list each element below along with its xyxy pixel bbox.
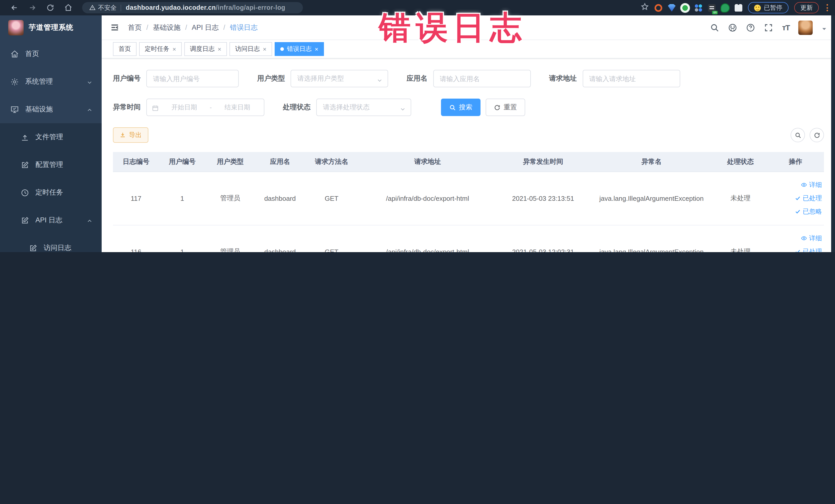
process-status-label: 处理状态 [283,103,311,112]
address-bar[interactable]: 不安全 dashboard.yudao.iocoder.cn/infra/log… [82,2,303,13]
tag-view-tab[interactable]: 访问日志× [229,42,272,56]
refresh-icon [813,132,820,138]
extension-icon[interactable] [655,4,662,12]
extension-icon[interactable] [721,4,729,12]
breadcrumb: 首页/基础设施/API 日志/错误日志 [128,23,258,32]
sidebar-item-label: 基础设施 [25,105,53,114]
browser-toolbar: 不安全 dashboard.yudao.iocoder.cn/infra/log… [0,0,835,15]
sidebar-item-7[interactable]: API 日志 [0,206,102,234]
user-type-select[interactable]: 请选择用户类型 [290,70,388,87]
sidebar-item-6[interactable]: 定时任务 [0,179,102,206]
cell-user_id: 1 [159,172,205,225]
user-type-placeholder: 请选择用户类型 [297,74,344,83]
url-path: /infra/log/api-error-log [216,4,285,11]
process-status-placeholder: 请选择处理状态 [323,103,370,112]
extension-icon[interactable] [695,4,702,12]
tab-label: 定时任务 [145,45,169,54]
close-icon[interactable]: × [172,46,176,52]
tab-label: 访问日志 [235,45,260,54]
sidebar-item-5[interactable]: 配置管理 [0,151,102,179]
browser-menu-icon[interactable] [827,4,828,11]
error-log-table: 日志编号用户编号用户类型应用名请求方法名请求地址异常发生时间异常名处理状态操作 … [113,152,824,252]
cell-user_type: 管理员 [205,172,255,225]
back-icon[interactable] [10,3,19,12]
sidebar-item-1[interactable]: 首页 [0,40,102,68]
gear-icon [10,77,19,86]
reset-button-label: 重置 [504,103,517,112]
breadcrumb-item[interactable]: API 日志 [192,23,219,32]
user-id-input[interactable] [146,70,239,87]
extension-icon[interactable] [708,4,716,12]
date-range-picker[interactable]: 开始日期 - 结束日期 [146,99,264,116]
toggle-search-button[interactable] [791,128,805,142]
app-header: 首页/基础设施/API 日志/错误日志 ᴛT [102,15,835,40]
tag-view-tab[interactable]: 错误日志× [274,42,324,56]
column-header-method: 请求方法名 [305,152,358,172]
breadcrumb-separator: / [223,24,225,31]
search-button[interactable]: 搜索 [441,99,481,116]
close-icon[interactable]: × [263,46,266,52]
search-icon [794,132,801,138]
sidebar-item-8[interactable]: 访问日志 [0,234,102,252]
breadcrumb-item[interactable]: 基础设施 [153,23,181,32]
sidebar-item-label: 配置管理 [36,160,63,169]
process-status-select[interactable]: 请选择处理状态 [316,99,411,116]
browser-update-button[interactable]: 更新 [794,2,819,13]
url-host: dashboard.yudao.iocoder.cn [126,4,216,11]
app-logo[interactable]: 芋道管理系统 [0,15,102,40]
close-icon[interactable]: × [315,46,318,52]
cell-user_type: 管理员 [205,225,255,252]
breadcrumb-separator: / [146,24,148,31]
detail-link[interactable]: 详细 [769,231,822,245]
sidebar-fold-icon[interactable] [110,23,120,32]
export-button[interactable]: 导出 [113,127,148,143]
forward-icon[interactable] [28,3,37,12]
fullscreen-icon[interactable] [764,23,773,32]
extensions-puzzle-icon[interactable] [735,4,742,12]
chevron-down-icon[interactable] [821,25,827,30]
column-header-user_type: 用户类型 [205,152,255,172]
cell-actions: 详细已处理已忽略 [767,172,824,225]
tab-label: 错误日志 [287,45,312,54]
github-icon[interactable] [728,23,737,32]
sidebar-item-3[interactable]: 基础设施 [0,96,102,123]
column-header-actions: 操作 [767,152,824,172]
edit-icon [29,244,38,252]
mark-processed-link[interactable]: 已处理 [769,245,822,252]
app-name-input[interactable] [433,70,531,87]
bookmark-star-icon[interactable] [641,3,649,13]
sidebar-item-4[interactable]: 文件管理 [0,123,102,151]
reset-button[interactable]: 重置 [486,99,525,116]
detail-link[interactable]: 详细 [769,178,822,191]
user-avatar[interactable] [798,20,813,35]
close-icon[interactable]: × [218,46,221,52]
paused-extension-pill[interactable]: 已暂停 [748,2,789,13]
font-size-icon[interactable]: ᴛT [782,23,790,32]
sidebar-item-label: 访问日志 [44,243,72,252]
table-body: 1171管理员dashboardGET/api/infra/db-doc/exp… [113,172,824,252]
header-actions: ᴛT [710,20,827,35]
window-right-edge [831,15,835,252]
search-icon[interactable] [710,23,719,32]
sidebar-item-2[interactable]: 系统管理 [0,68,102,96]
chevron-up-icon [87,106,93,112]
extension-icon[interactable] [681,4,689,12]
emoji-face-icon [754,4,761,11]
chevron-down-icon [87,79,93,84]
tag-view-tab[interactable]: 调度日志× [184,42,227,56]
sidebar-item-label: 系统管理 [25,77,53,86]
breadcrumb-item[interactable]: 首页 [128,23,142,32]
home-icon[interactable] [64,3,73,12]
request-url-input[interactable] [583,70,680,87]
help-icon[interactable] [746,23,755,32]
mark-processed-link[interactable]: 已处理 [769,191,822,205]
extension-icon[interactable] [668,4,676,12]
tag-view-tab[interactable]: 首页 [113,42,137,56]
refresh-table-button[interactable] [810,128,824,142]
sidebar-item-label: 文件管理 [36,133,63,142]
reload-icon[interactable] [46,3,55,12]
extensions-area: 已暂停 更新 [641,2,830,13]
tag-view-tab[interactable]: 定时任务× [139,42,182,56]
divider [121,4,121,11]
mark-ignored-link[interactable]: 已忽略 [769,205,822,218]
